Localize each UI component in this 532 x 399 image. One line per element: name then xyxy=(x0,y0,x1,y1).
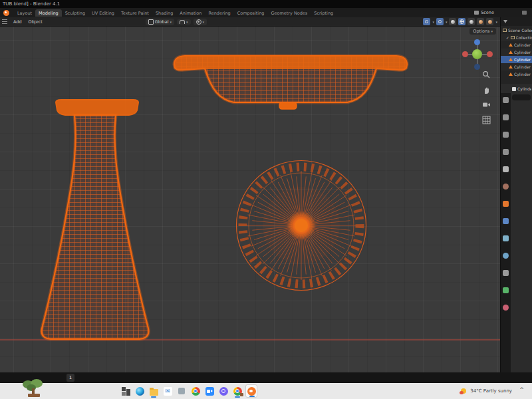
axis-x-neg-ball[interactable] xyxy=(462,51,468,57)
store-button[interactable] xyxy=(176,384,188,398)
task-view-button[interactable] xyxy=(120,384,132,398)
chrome-button[interactable] xyxy=(190,384,201,398)
properties-tab-physics[interactable] xyxy=(503,253,509,259)
workspace-tab-layout[interactable]: Layout xyxy=(14,9,35,17)
window-titlebar: TUB.blend] - Blender 4.1 xyxy=(0,0,532,8)
properties-tab-tool[interactable] xyxy=(503,97,509,103)
editor-type-icon[interactable] xyxy=(2,19,7,24)
3d-viewport[interactable]: Options ▾ xyxy=(0,27,500,372)
proportional-editing-toggle[interactable]: ▾ xyxy=(194,19,207,25)
properties-tab-material[interactable] xyxy=(503,305,509,311)
store-icon xyxy=(178,388,185,394)
workspace-tab-sculpting[interactable]: Sculpting xyxy=(62,9,88,17)
taskbar-weather-widget[interactable]: 34°C Partly sunny xyxy=(460,383,512,399)
outliner-row-object-selected[interactable]: Cylinder xyxy=(501,56,532,63)
properties-tab-particles[interactable] xyxy=(503,235,509,241)
axis-z-pos-ball[interactable] xyxy=(474,39,480,45)
properties-search-input[interactable] xyxy=(512,94,531,100)
object-menu[interactable]: Object xyxy=(25,18,46,26)
snap-toggle[interactable]: ▾ xyxy=(177,19,191,25)
properties-tab-object[interactable] xyxy=(503,201,509,207)
shading-material-button[interactable] xyxy=(477,18,484,25)
blender-logo-icon[interactable] xyxy=(3,10,9,16)
mesh-icon xyxy=(509,72,513,76)
outliner-row-object[interactable]: Cylinder xyxy=(501,63,532,70)
pedestal-front-view[interactable] xyxy=(42,100,149,339)
properties-breadcrumb: Cylinder xyxy=(512,85,531,92)
properties-tab-scene[interactable] xyxy=(503,166,509,172)
edge-button[interactable] xyxy=(134,384,146,398)
shading-rendered-button[interactable] xyxy=(486,18,493,25)
filter-icon[interactable] xyxy=(503,20,507,23)
weather-temperature: 34°C xyxy=(470,388,481,394)
navigation-gizmo[interactable] xyxy=(463,40,492,69)
xray-toggle[interactable] xyxy=(449,18,456,25)
outliner-row-object[interactable]: Cylinder xyxy=(501,70,532,78)
file-explorer-button[interactable] xyxy=(148,384,160,398)
viber-icon xyxy=(219,387,228,396)
properties-editor: Cylinder xyxy=(501,84,532,372)
workspace-tab-geometry-nodes[interactable]: Geometry Nodes xyxy=(267,9,311,17)
viber-button[interactable] xyxy=(217,384,229,398)
current-frame-indicator[interactable]: 1 xyxy=(66,374,74,382)
properties-tab-constraints[interactable] xyxy=(503,270,509,276)
weather-description: Partly sunny xyxy=(483,388,512,394)
outliner-row-scene-collection[interactable]: Scene Collection xyxy=(501,27,532,34)
properties-tab-object-data[interactable] xyxy=(503,287,509,293)
axis-z-neg-ball[interactable] xyxy=(474,64,480,70)
right-sidebar: Scene Collection ✓ Collection Cylinder C… xyxy=(500,17,532,372)
workspace-tab-texture-paint[interactable]: Texture Paint xyxy=(118,9,152,17)
show-gizmos-toggle[interactable] xyxy=(423,18,430,25)
outliner-row-object[interactable]: Cylinder xyxy=(501,41,532,49)
workspace-tab-animation[interactable]: Animation xyxy=(176,9,205,17)
zoom-tool-icon[interactable] xyxy=(482,70,491,79)
outliner-row-collection[interactable]: ✓ Collection xyxy=(501,34,532,41)
transform-orientation-dropdown[interactable]: Global ▾ xyxy=(146,19,174,25)
chevron-down-icon: ▾ xyxy=(203,20,205,24)
blender-topbar: Layout Modeling Sculpting UV Editing Tex… xyxy=(0,8,532,17)
zoom-button[interactable] xyxy=(203,384,215,398)
axis-y-ball[interactable] xyxy=(472,49,482,59)
workspace-tab-rendering[interactable]: Rendering xyxy=(205,9,233,17)
workspace-tab-uv-editing[interactable]: UV Editing xyxy=(88,9,118,17)
shading-solid-button[interactable] xyxy=(467,18,475,25)
add-menu[interactable]: Add xyxy=(10,18,25,26)
properties-tab-modifiers[interactable] xyxy=(503,218,509,224)
workspace-tab-compositing[interactable]: Compositing xyxy=(234,9,268,17)
options-dropdown[interactable]: Options ▾ xyxy=(469,28,496,35)
view-layer-icon[interactable] xyxy=(522,11,527,15)
blender-taskbar-button[interactable] xyxy=(245,384,257,398)
mail-icon: ✉ xyxy=(164,387,172,396)
shading-wireframe-button[interactable] xyxy=(458,18,466,25)
scene-selector[interactable]: Scene xyxy=(474,10,494,15)
timeline-strip[interactable]: 1 xyxy=(0,372,532,383)
mail-button[interactable]: ✉ xyxy=(162,384,174,398)
properties-tab-output[interactable] xyxy=(503,132,509,138)
pan-hand-icon[interactable] xyxy=(482,86,491,94)
properties-tab-view-layer[interactable] xyxy=(503,149,509,155)
orientation-label: Global xyxy=(155,19,169,25)
properties-tab-world[interactable] xyxy=(503,184,509,190)
workspace-tab-shading[interactable]: Shading xyxy=(152,9,176,17)
chrome-profile-button[interactable] xyxy=(231,384,243,398)
active-object-name: Cylinder xyxy=(517,86,531,91)
camera-view-icon[interactable] xyxy=(482,100,491,109)
show-overlays-toggle[interactable] xyxy=(436,18,444,25)
mesh-icon xyxy=(509,58,513,61)
chevron-down-icon: ▾ xyxy=(170,20,172,24)
tray-expand-button[interactable]: ^ xyxy=(519,387,524,393)
tub-top-view-radial[interactable] xyxy=(237,161,366,291)
tub-side-view[interactable] xyxy=(174,56,407,109)
chevron-down-icon: ▾ xyxy=(491,29,493,33)
axis-x-pos-ball[interactable] xyxy=(487,51,493,57)
perspective-grid-icon[interactable] xyxy=(482,116,491,124)
checkbox-icon[interactable]: ✓ xyxy=(506,36,509,40)
mesh-icon xyxy=(509,65,513,68)
scene-selector-label: Scene xyxy=(481,10,494,15)
properties-tab-render[interactable] xyxy=(503,114,509,120)
workspace-tab-modeling[interactable]: Modeling xyxy=(35,9,62,17)
widgets-tree-image[interactable] xyxy=(19,379,51,399)
outliner-row-object[interactable]: Cylinder xyxy=(501,49,532,56)
chevron-down-icon: ▾ xyxy=(186,20,188,24)
workspace-tab-scripting[interactable]: Scripting xyxy=(311,9,336,17)
